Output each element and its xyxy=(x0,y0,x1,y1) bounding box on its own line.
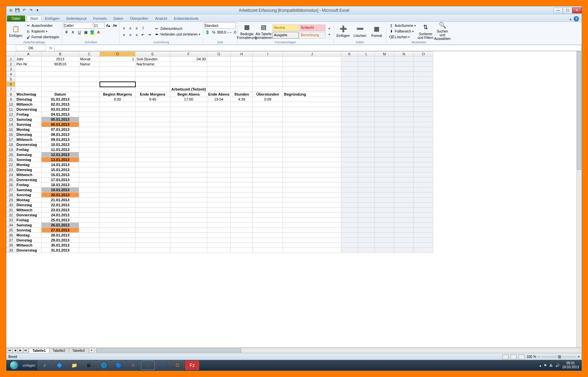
cell[interactable] xyxy=(135,223,170,228)
cell[interactable] xyxy=(135,177,170,182)
cell[interactable] xyxy=(358,198,375,203)
cell[interactable] xyxy=(414,162,433,167)
find-select-button[interactable]: 🔍Suchen und Auswählen xyxy=(434,23,451,40)
format-painter-button[interactable]: 🖌Format übertragen xyxy=(24,35,61,40)
cell[interactable] xyxy=(341,157,358,162)
cell[interactable] xyxy=(170,67,207,72)
cell[interactable]: Wochentag xyxy=(15,92,42,97)
cell[interactable] xyxy=(135,238,170,243)
row-header[interactable]: 6 xyxy=(7,82,15,87)
col-header-E[interactable]: E xyxy=(135,52,170,57)
cell[interactable] xyxy=(341,122,358,127)
cell[interactable] xyxy=(253,147,283,152)
cell[interactable] xyxy=(100,102,135,107)
cell[interactable] xyxy=(283,193,341,198)
cell[interactable] xyxy=(135,172,170,177)
cell[interactable] xyxy=(414,82,433,87)
cell[interactable] xyxy=(100,107,135,112)
cell[interactable] xyxy=(135,187,170,193)
cell[interactable] xyxy=(341,67,358,72)
cell[interactable] xyxy=(207,198,231,203)
cell[interactable] xyxy=(358,72,375,77)
cell[interactable] xyxy=(394,127,414,132)
cell[interactable] xyxy=(231,147,253,152)
cell[interactable] xyxy=(358,213,375,218)
cell[interactable] xyxy=(100,228,135,233)
cell[interactable] xyxy=(100,127,135,132)
row-header[interactable]: 34 xyxy=(7,223,15,228)
cell[interactable] xyxy=(414,167,433,172)
cell[interactable] xyxy=(207,152,231,157)
cell[interactable] xyxy=(15,82,42,87)
formula-input[interactable] xyxy=(54,45,582,51)
cell[interactable]: 15.01.2013 xyxy=(42,167,79,172)
row-header[interactable]: 18 xyxy=(7,142,15,147)
cell[interactable] xyxy=(170,223,207,228)
cell[interactable] xyxy=(358,182,375,187)
cell[interactable] xyxy=(170,107,207,112)
cell[interactable]: 19:54 xyxy=(207,97,231,102)
cell[interactable] xyxy=(207,177,231,182)
cell[interactable] xyxy=(170,203,207,208)
cell[interactable]: Freitag xyxy=(15,182,42,187)
cell[interactable]: 03.01.2013 xyxy=(42,107,79,112)
cell[interactable] xyxy=(100,218,135,223)
cell[interactable]: 0:09 xyxy=(253,97,283,102)
cell[interactable] xyxy=(170,112,207,117)
cell[interactable] xyxy=(394,243,414,248)
cell[interactable] xyxy=(253,67,283,72)
cell[interactable] xyxy=(135,147,170,152)
cell[interactable] xyxy=(394,102,414,107)
cell[interactable] xyxy=(253,233,283,238)
cell[interactable] xyxy=(100,238,135,243)
cell[interactable]: 10.01.2013 xyxy=(42,142,79,147)
cell[interactable] xyxy=(135,137,170,142)
minimize-button[interactable]: — xyxy=(553,7,563,13)
cell[interactable] xyxy=(358,152,375,157)
cell[interactable]: 02.01.2013 xyxy=(42,102,79,107)
cell[interactable] xyxy=(231,208,253,213)
zoom-slider[interactable] xyxy=(542,356,576,358)
cell[interactable]: 18.01.2013 xyxy=(42,182,79,187)
cell[interactable] xyxy=(394,187,414,193)
bold-button[interactable]: F xyxy=(64,29,70,35)
cell[interactable] xyxy=(394,198,414,203)
cell[interactable] xyxy=(79,127,100,132)
cell[interactable] xyxy=(207,102,231,107)
row-header[interactable]: 23 xyxy=(7,167,15,172)
cell[interactable] xyxy=(375,152,394,157)
cell[interactable] xyxy=(283,82,341,87)
cell[interactable] xyxy=(231,167,253,172)
cell[interactable] xyxy=(253,182,283,187)
task-word-icon[interactable]: W xyxy=(156,361,170,370)
cell[interactable] xyxy=(253,132,283,137)
cell[interactable] xyxy=(375,187,394,193)
delete-cells-button[interactable]: ➖Löschen xyxy=(352,23,368,40)
row-header[interactable]: 7 xyxy=(7,87,15,92)
cell[interactable] xyxy=(414,132,433,137)
style-output[interactable]: Ausgabe xyxy=(273,32,299,39)
cell[interactable] xyxy=(341,233,358,238)
cell[interactable] xyxy=(394,213,414,218)
cell[interactable] xyxy=(253,228,283,233)
task-onenote-icon[interactable]: N xyxy=(126,361,140,370)
cell[interactable] xyxy=(231,248,253,253)
align-middle-icon[interactable]: ≡ xyxy=(127,25,133,31)
number-format-select[interactable] xyxy=(204,22,236,29)
cell[interactable] xyxy=(394,82,414,87)
sheet-nav-next-icon[interactable]: ▶ xyxy=(18,348,23,353)
cell[interactable] xyxy=(253,157,283,162)
cell[interactable] xyxy=(135,122,170,127)
cell[interactable] xyxy=(341,223,358,228)
cell[interactable] xyxy=(375,67,394,72)
cell[interactable] xyxy=(207,187,231,193)
qat-customize-icon[interactable]: ▾ xyxy=(35,7,41,13)
cell[interactable] xyxy=(414,243,433,248)
cell[interactable] xyxy=(414,248,433,253)
name-box[interactable]: D6 xyxy=(16,45,46,51)
cell[interactable] xyxy=(341,102,358,107)
sheet-nav-last-icon[interactable]: ⏭ xyxy=(23,348,28,353)
cell[interactable] xyxy=(135,127,170,132)
cell[interactable] xyxy=(170,228,207,233)
cell[interactable] xyxy=(341,228,358,233)
